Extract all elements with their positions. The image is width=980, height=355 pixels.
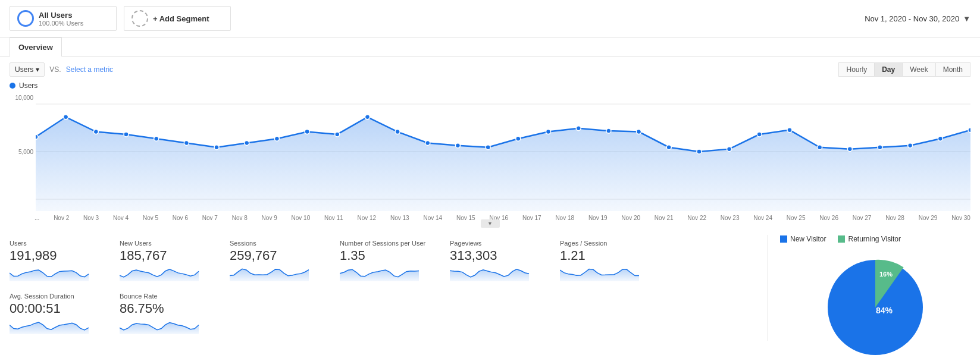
sparkline	[230, 265, 313, 281]
stat-item[interactable]: Pages / Session1.21	[560, 235, 670, 288]
x-label: Nov 18	[555, 215, 574, 221]
stat-label: New Users	[120, 240, 222, 247]
stat-value: 259,767	[230, 248, 332, 263]
segments-container: All Users 100.00% Users + Add Segment	[10, 6, 231, 31]
legend-sq-new	[780, 235, 787, 243]
top-bar: All Users 100.00% Users + Add Segment No…	[0, 0, 980, 37]
chart-dot	[335, 132, 340, 137]
sparkline	[10, 318, 93, 334]
chart-dot	[516, 136, 521, 141]
x-label: Nov 14	[423, 215, 442, 221]
chart-scroll-handle[interactable]: ▼	[481, 219, 500, 228]
stats-section: Users191,989New Users185,767Sessions259,…	[0, 228, 980, 355]
chart-dot	[64, 115, 68, 120]
x-label: Nov 13	[390, 215, 409, 221]
chart-dot	[365, 115, 370, 120]
x-label: Nov 21	[655, 215, 674, 221]
stat-value: 00:00:51	[10, 301, 112, 316]
y-label-top: 10,000	[15, 95, 33, 101]
chart-dot	[425, 140, 430, 145]
chart-dot	[727, 147, 732, 152]
stat-value: 313,303	[450, 248, 552, 263]
chart-dot	[757, 132, 762, 137]
x-label: Nov 6	[173, 215, 188, 221]
stat-item[interactable]: Pageviews313,303	[450, 235, 560, 288]
x-label: Nov 15	[456, 215, 475, 221]
stat-value: 1.35	[340, 248, 442, 263]
vs-label: VS.	[49, 65, 61, 74]
x-label: Nov 9	[262, 215, 277, 221]
chart-dot	[666, 145, 671, 150]
x-label: Nov 19	[588, 215, 608, 221]
x-label: Nov 11	[324, 215, 343, 221]
chart-dot	[395, 130, 400, 134]
x-label: Nov 2	[54, 215, 69, 221]
chart-dot	[938, 136, 943, 141]
sparkline	[560, 265, 643, 281]
stat-label: Pages / Session	[560, 240, 663, 247]
time-btn-hourly[interactable]: Hourly	[838, 62, 875, 77]
chart-dot	[305, 130, 309, 134]
metric-dropdown-arrow: ▾	[36, 65, 39, 74]
pie-new-pct-label: 84%	[876, 306, 893, 315]
x-label: Nov 23	[721, 215, 740, 221]
stat-item[interactable]: Users191,989	[10, 235, 120, 288]
stat-value: 86.75%	[120, 301, 222, 316]
x-label: Nov 28	[885, 215, 904, 221]
tab-overview[interactable]: Overview	[10, 37, 62, 56]
time-btn-month[interactable]: Month	[935, 62, 970, 77]
metric-selector: Users ▾ VS. Select a metric	[10, 62, 113, 77]
segment-all-users[interactable]: All Users 100.00% Users	[10, 6, 117, 31]
stat-item[interactable]: Sessions259,767	[230, 235, 340, 288]
y-label-mid: 5,000	[18, 149, 33, 155]
select-metric-link[interactable]: Select a metric	[66, 65, 113, 74]
chart-legend-label: Users	[19, 81, 37, 90]
pie-chart: 84% 16%	[816, 248, 935, 355]
add-segment-circle	[131, 10, 148, 27]
stat-item[interactable]: Number of Sessions per User1.35	[340, 235, 450, 288]
add-segment-box[interactable]: + Add Segment	[124, 6, 231, 31]
stat-label: Users	[10, 240, 112, 247]
stat-value: 1.21	[560, 248, 663, 263]
x-label: Nov 7	[202, 215, 218, 221]
x-label: Nov 27	[853, 215, 872, 221]
x-label: Nov 8	[232, 215, 248, 221]
chart-dot	[697, 149, 702, 154]
chart-dot	[214, 145, 219, 150]
legend-sq-returning	[838, 235, 845, 243]
legend-dot	[10, 83, 15, 89]
chart-dot	[93, 130, 98, 134]
x-label: Nov 25	[787, 215, 806, 221]
date-range-picker[interactable]: Nov 1, 2020 - Nov 30, 2020 ▼	[865, 14, 970, 23]
sparkline	[340, 265, 423, 281]
sparkline	[120, 318, 203, 334]
stat-item[interactable]: New Users185,767	[120, 235, 230, 288]
sparkline	[10, 265, 93, 281]
chart-dot	[787, 128, 792, 133]
metric-dropdown[interactable]: Users ▾	[10, 62, 45, 77]
stat-label: Sessions	[230, 240, 332, 247]
stat-item[interactable]: Bounce Rate86.75%	[120, 288, 230, 341]
x-label: ...	[35, 215, 39, 221]
metric-label: Users	[15, 65, 33, 74]
stat-label: Avg. Session Duration	[10, 293, 112, 300]
legend-new-visitor: New Visitor	[780, 235, 826, 243]
chart-legend: Users	[10, 79, 970, 92]
x-label: Nov 30	[951, 215, 970, 221]
x-label: Nov 20	[621, 215, 640, 221]
chart-dot	[154, 136, 159, 141]
chart-dot	[847, 147, 852, 152]
chart-dot	[908, 143, 913, 148]
x-label: Nov 12	[357, 215, 376, 221]
time-btn-week[interactable]: Week	[902, 62, 935, 77]
chart-dot	[455, 143, 460, 148]
sparkline	[450, 265, 533, 281]
chart-dot	[968, 128, 970, 133]
chart-dot	[637, 130, 641, 134]
chart-area: Users 10,000 5,000	[0, 79, 980, 228]
chart-controls: Users ▾ VS. Select a metric Hourly Day W…	[0, 56, 980, 79]
new-visitor-label: New Visitor	[790, 235, 826, 243]
time-btn-day[interactable]: Day	[874, 62, 903, 77]
stat-value: 191,989	[10, 248, 112, 263]
stat-item[interactable]: Avg. Session Duration00:00:51	[10, 288, 120, 341]
